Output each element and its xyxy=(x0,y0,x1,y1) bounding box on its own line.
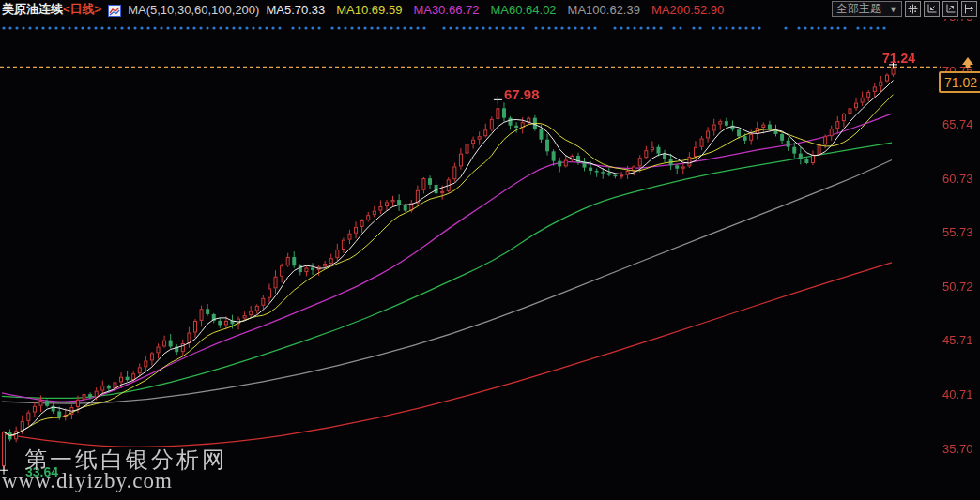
ma-value-label: MA60:64.02 xyxy=(491,3,557,17)
ma-value-label: MA30:66.72 xyxy=(413,3,479,17)
mini-chart-icon xyxy=(108,4,121,16)
ma-formula-label: MA(5,10,30,60,100,200) xyxy=(128,3,259,17)
instrument-title: 美原油连续<日线> xyxy=(2,1,101,18)
y-axis-label: 40.71 xyxy=(942,387,973,402)
ma-value-label: MA100:62.39 xyxy=(568,3,640,17)
expand-axis-button[interactable] xyxy=(942,1,958,17)
y-axis-label: 35.70 xyxy=(942,442,973,456)
ma-value-label: MA10:69.59 xyxy=(336,3,402,17)
chevron-down-icon: ▼ xyxy=(889,5,897,14)
watermark-site-url: www.diyizby.com xyxy=(2,469,173,493)
crosshair-button[interactable] xyxy=(905,1,921,17)
last-high-label: 71.24 xyxy=(882,51,915,66)
y-axis-label: 50.72 xyxy=(942,280,973,294)
chart-window: 美原油连续<日线> MA(5,10,30,60,100,200) MA5:70.… xyxy=(0,0,980,500)
compress-axis-button[interactable] xyxy=(924,1,940,17)
ma-value-label: MA200:52.90 xyxy=(651,3,724,17)
current-price-value: 71.02 xyxy=(944,75,977,90)
y-axis-label: 55.73 xyxy=(942,225,973,239)
themes-dropdown[interactable]: 全部主题 ▼ xyxy=(832,1,902,17)
candlestick-chart-canvas[interactable] xyxy=(0,0,980,500)
price-marker-arrow-icon xyxy=(960,56,975,75)
y-axis-label: 45.71 xyxy=(942,333,973,347)
y-axis-label: 60.73 xyxy=(942,172,973,186)
compress-axis-icon xyxy=(926,4,937,14)
ma-values-row: MA5:70.33MA10:69.59MA30:66.72MA60:64.02M… xyxy=(266,3,724,17)
ma-value-label: MA5:70.33 xyxy=(266,3,325,17)
shift-right-button[interactable] xyxy=(961,1,977,17)
crosshair-icon xyxy=(908,4,918,14)
y-axis-label: 65.74 xyxy=(942,117,973,131)
themes-dropdown-label: 全部主题 xyxy=(836,1,881,17)
toolbar-right-controls: 全部主题 ▼ xyxy=(832,1,977,17)
peak-high-label: 67.98 xyxy=(504,86,540,102)
shift-right-icon xyxy=(964,4,974,14)
expand-axis-icon xyxy=(945,4,956,14)
period-label: <日线> xyxy=(63,2,101,16)
